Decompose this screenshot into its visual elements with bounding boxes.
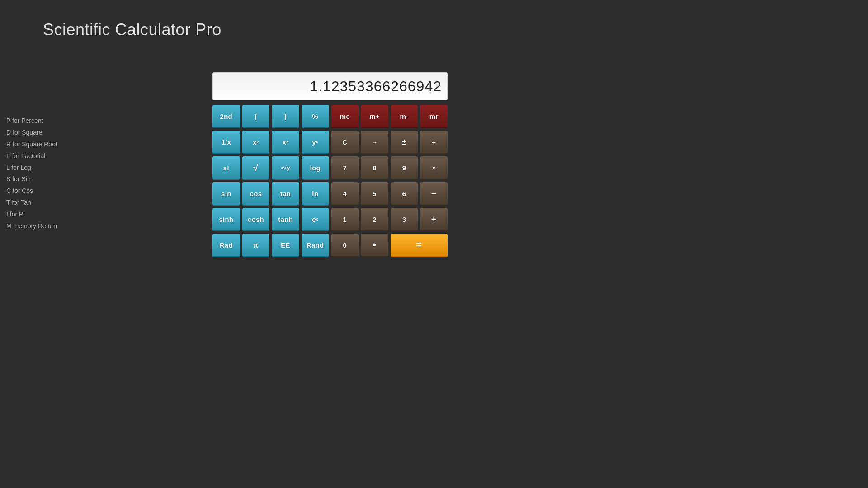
cos-button[interactable]: cos <box>242 182 270 206</box>
shortcut-log: L for Log <box>6 162 57 174</box>
tan-button[interactable]: tan <box>272 182 299 206</box>
rad-button[interactable]: Rad <box>212 234 240 257</box>
3-button[interactable]: 3 <box>391 208 418 231</box>
shortcut-sin: S for Sin <box>6 174 57 185</box>
shortcut-cos: C for Cos <box>6 185 57 197</box>
m-plus-button[interactable]: m+ <box>361 105 388 128</box>
ln-button[interactable]: ln <box>302 182 329 206</box>
shortcut-tan: T for Tan <box>6 197 57 209</box>
shortcut-factorial: F for Factorial <box>6 150 57 162</box>
decimal-button[interactable]: • <box>361 234 388 257</box>
cosh-button[interactable]: cosh <box>242 208 270 231</box>
1-button[interactable]: 1 <box>331 208 359 231</box>
square-button[interactable]: x2 <box>242 131 270 154</box>
mc-button[interactable]: mc <box>331 105 359 128</box>
0-button[interactable]: 0 <box>331 234 359 257</box>
reciprocal-button[interactable]: 1/x <box>212 131 240 154</box>
clear-button[interactable]: C <box>331 131 359 154</box>
shortcuts-panel: P for Percent D for Square R for Square … <box>6 115 57 232</box>
add-button[interactable]: + <box>420 208 448 231</box>
pi-button[interactable]: π <box>242 234 270 257</box>
2-button[interactable]: 2 <box>361 208 388 231</box>
app-title: Scientific Calculator Pro <box>43 20 222 39</box>
equals-button[interactable]: = <box>391 234 448 257</box>
7-button[interactable]: 7 <box>331 156 359 180</box>
mr-button[interactable]: mr <box>420 105 448 128</box>
buttons-grid: 2nd ( ) % mc m+ m- mr 1/x x2 x3 yx C ← ±… <box>212 105 448 257</box>
9-button[interactable]: 9 <box>391 156 418 180</box>
percent-button[interactable]: % <box>302 105 329 128</box>
shortcut-percent: P for Percent <box>6 115 57 127</box>
backspace-button[interactable]: ← <box>361 131 388 154</box>
multiply-button[interactable]: × <box>420 156 448 180</box>
sin-button[interactable]: sin <box>212 182 240 206</box>
exp-button[interactable]: ex <box>302 208 329 231</box>
2nd-button[interactable]: 2nd <box>212 105 240 128</box>
6-button[interactable]: 6 <box>391 182 418 206</box>
m-minus-button[interactable]: m- <box>391 105 418 128</box>
plus-minus-button[interactable]: ± <box>391 131 418 154</box>
shortcut-square: D for Square <box>6 127 57 139</box>
rand-button[interactable]: Rand <box>302 234 329 257</box>
xth-root-button[interactable]: x√y <box>272 156 299 180</box>
display: 1.12353366266942 <box>212 72 448 100</box>
divide-button[interactable]: ÷ <box>420 131 448 154</box>
factorial-button[interactable]: x! <box>212 156 240 180</box>
close-paren-button[interactable]: ) <box>272 105 299 128</box>
tanh-button[interactable]: tanh <box>272 208 299 231</box>
4-button[interactable]: 4 <box>331 182 359 206</box>
display-value: 1.12353366266942 <box>310 78 442 95</box>
shortcut-pi: I for Pi <box>6 209 57 221</box>
8-button[interactable]: 8 <box>361 156 388 180</box>
calculator: 1.12353366266942 2nd ( ) % mc m+ m- mr 1… <box>212 72 448 257</box>
subtract-button[interactable]: − <box>420 182 448 206</box>
sinh-button[interactable]: sinh <box>212 208 240 231</box>
cube-button[interactable]: x3 <box>272 131 299 154</box>
shortcut-memory: M memory Return <box>6 221 57 232</box>
power-button[interactable]: yx <box>302 131 329 154</box>
open-paren-button[interactable]: ( <box>242 105 270 128</box>
5-button[interactable]: 5 <box>361 182 388 206</box>
ee-button[interactable]: EE <box>272 234 299 257</box>
log-button[interactable]: log <box>302 156 329 180</box>
sqrt-button[interactable]: √ <box>242 156 270 180</box>
shortcut-sqrt: R for Square Root <box>6 139 57 150</box>
